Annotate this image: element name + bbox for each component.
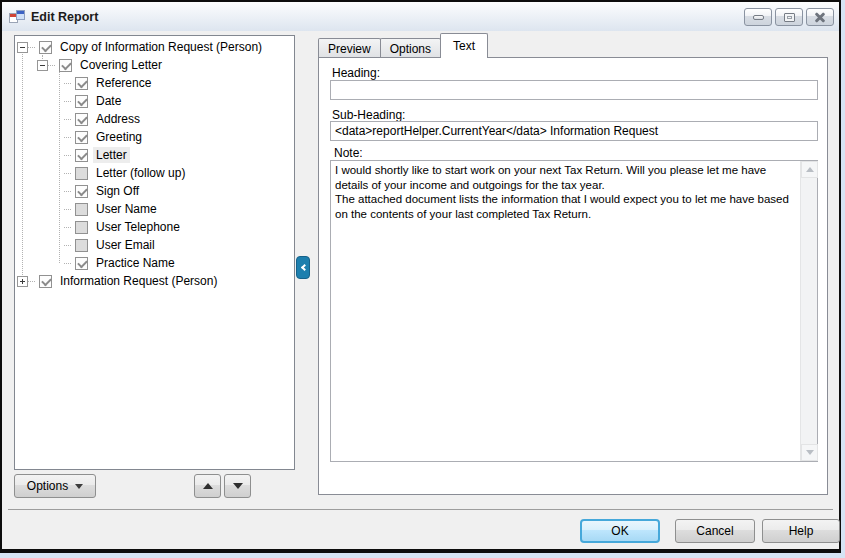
tree-item[interactable]: User Email	[15, 236, 294, 254]
ok-button[interactable]: OK	[580, 519, 660, 543]
tree-item[interactable]: Address	[15, 110, 294, 128]
cancel-button[interactable]: Cancel	[675, 519, 755, 543]
tree-item-label: Address	[93, 111, 143, 127]
tree-connector-stub	[48, 65, 55, 66]
triangle-up-icon	[203, 483, 213, 489]
tree-item-label: Date	[93, 93, 124, 109]
tree-item-label: User Name	[93, 201, 160, 217]
tree-item-label: Letter	[93, 147, 130, 163]
checkbox-icon[interactable]	[75, 131, 88, 144]
window-title: Edit Report	[31, 10, 98, 24]
close-button[interactable]	[806, 8, 834, 26]
tree-connector-stub	[28, 47, 35, 48]
tree-item-label: User Telephone	[93, 219, 183, 235]
tree-connector-stub	[64, 101, 71, 102]
scroll-up-icon	[806, 167, 814, 172]
checkbox-icon[interactable]	[75, 167, 88, 180]
maximize-button[interactable]	[775, 8, 803, 26]
checkbox-icon[interactable]	[39, 41, 52, 54]
help-button[interactable]: Help	[762, 519, 840, 543]
checkbox-icon[interactable]	[75, 149, 88, 162]
note-scrollbar[interactable]	[800, 161, 817, 461]
tree-item-label: Letter (follow up)	[93, 165, 188, 181]
triangle-down-icon	[233, 483, 243, 489]
tree-connector-stub	[64, 191, 71, 192]
tree-connector-stub	[64, 245, 71, 246]
tree-connector-stub	[64, 155, 71, 156]
maximize-icon	[784, 13, 795, 22]
edit-report-dialog: Edit Report Copy of Information Request …	[0, 0, 841, 553]
options-button-label: Options	[27, 479, 68, 493]
tab-options[interactable]: Options	[380, 38, 441, 58]
tree-item-label: User Email	[93, 237, 158, 253]
checkbox-icon[interactable]	[75, 203, 88, 216]
heading-label: Heading:	[332, 66, 380, 80]
chevron-down-icon	[75, 484, 83, 489]
tree-item[interactable]: User Name	[15, 200, 294, 218]
splitter-collapse-button[interactable]	[296, 256, 310, 279]
subheading-label: Sub-Heading:	[332, 108, 405, 122]
move-up-button[interactable]	[194, 474, 221, 498]
tree-connector-stub	[28, 281, 35, 282]
checkbox-icon[interactable]	[75, 185, 88, 198]
scroll-down-button[interactable]	[801, 444, 818, 461]
checkbox-icon[interactable]	[75, 113, 88, 126]
scroll-up-button[interactable]	[801, 161, 818, 178]
tree-item-label: Greeting	[93, 129, 145, 145]
tree-item-label: Reference	[93, 75, 154, 91]
checkbox-icon[interactable]	[75, 239, 88, 252]
minimize-icon	[753, 15, 764, 20]
tree-item-label: Covering Letter	[77, 57, 165, 73]
checkbox-icon[interactable]	[39, 275, 52, 288]
minimize-button[interactable]	[744, 8, 772, 26]
chevron-left-icon	[300, 264, 307, 271]
report-sections-tree[interactable]: Copy of Information Request (Person) Cov…	[14, 35, 295, 470]
tab-label: Preview	[328, 42, 371, 56]
tree-connector-stub	[64, 227, 71, 228]
scroll-down-icon	[806, 450, 814, 455]
expander-icon[interactable]	[17, 276, 28, 287]
close-icon	[814, 12, 826, 22]
note-label: Note:	[334, 146, 363, 160]
tree-item-label: Practice Name	[93, 255, 178, 271]
heading-input[interactable]	[330, 80, 818, 100]
tree-connector-stub	[64, 173, 71, 174]
checkbox-icon[interactable]	[75, 77, 88, 90]
expander-icon[interactable]	[37, 60, 48, 71]
tree-item[interactable]: Copy of Information Request (Person)	[15, 38, 294, 56]
options-dropdown-button[interactable]: Options	[14, 474, 96, 498]
tree-item[interactable]: Practice Name	[15, 254, 294, 272]
tree-item[interactable]: Letter (follow up)	[15, 164, 294, 182]
tree-connector-stub	[64, 119, 71, 120]
tree-connector-stub	[64, 263, 71, 264]
tab-preview[interactable]: Preview	[318, 38, 381, 58]
tab-text[interactable]: Text	[440, 33, 488, 58]
tree-connector-stub	[64, 209, 71, 210]
checkbox-icon[interactable]	[75, 95, 88, 108]
tree-connector-stub	[64, 83, 71, 84]
tab-label: Text	[453, 39, 475, 53]
tree-connector-stub	[64, 137, 71, 138]
checkbox-icon[interactable]	[75, 257, 88, 270]
tree-item[interactable]: Letter	[15, 146, 294, 164]
footer-separator	[8, 509, 833, 510]
tree-item[interactable]: Reference	[15, 74, 294, 92]
checkbox-icon[interactable]	[59, 59, 72, 72]
tree-item-label: Information Request (Person)	[57, 273, 220, 289]
tree-item[interactable]: Covering Letter	[15, 56, 294, 74]
checkbox-icon[interactable]	[75, 221, 88, 234]
tree-item[interactable]: Date	[15, 92, 294, 110]
expander-icon[interactable]	[17, 42, 28, 53]
title-bar[interactable]: Edit Report	[2, 2, 839, 31]
text-tab-page: Heading: Sub-Heading: Note: I would shor…	[318, 57, 828, 495]
tree-item[interactable]: User Telephone	[15, 218, 294, 236]
tree-item[interactable]: Information Request (Person)	[15, 272, 294, 290]
app-window-icon	[9, 10, 25, 24]
note-textarea[interactable]: I would shortly like to start work on yo…	[330, 160, 818, 462]
subheading-input[interactable]	[330, 121, 818, 141]
move-down-button[interactable]	[224, 474, 251, 498]
note-text[interactable]: I would shortly like to start work on yo…	[331, 161, 800, 461]
tree-item-label: Sign Off	[93, 183, 142, 199]
tree-item[interactable]: Greeting	[15, 128, 294, 146]
tree-item[interactable]: Sign Off	[15, 182, 294, 200]
